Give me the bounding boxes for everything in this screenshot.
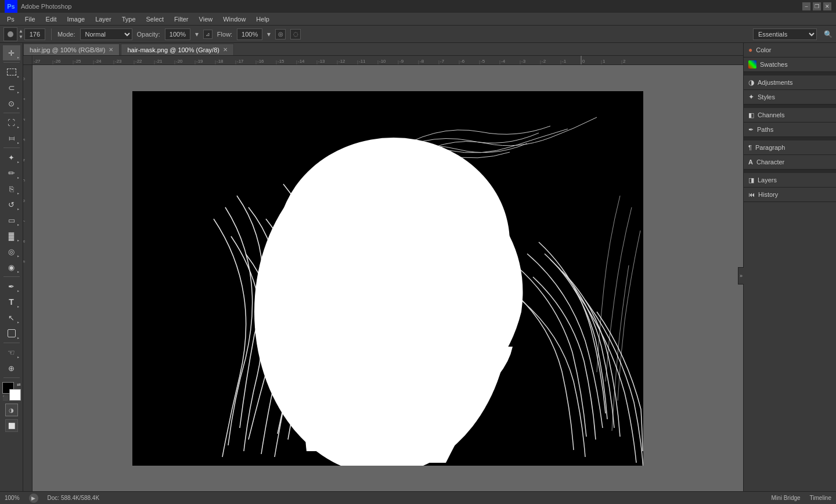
history-brush-tool[interactable]: ↺ ▸ xyxy=(3,197,20,212)
menu-layer[interactable]: Layer xyxy=(91,15,116,24)
zoom-tool[interactable]: ⊕ xyxy=(3,361,20,376)
svg-text:4: 4 xyxy=(23,159,26,161)
eyedropper-tool[interactable]: ⧦ ▸ xyxy=(3,131,20,146)
healing-tool[interactable]: ✦ ▸ xyxy=(3,150,20,165)
brush-size-down[interactable]: ▼ xyxy=(19,34,23,39)
svg-text:1: 1 xyxy=(23,98,26,100)
color-swatches[interactable]: ⇄ ⬛ xyxy=(2,382,21,401)
panel-header-history[interactable]: ⏮ History xyxy=(744,188,836,201)
svg-text:5: 5 xyxy=(23,179,26,182)
svg-text:-25: -25 xyxy=(74,59,81,64)
crop-tool[interactable]: ⛶ ▸ xyxy=(3,115,20,130)
opacity-input[interactable] xyxy=(165,28,190,40)
tab-label-mask: hair-mask.png @ 100% (Gray/8) xyxy=(127,46,219,53)
panel-header-paragraph[interactable]: ¶ Paragraph xyxy=(744,141,836,154)
menu-filter[interactable]: Filter xyxy=(170,15,193,24)
close-button[interactable]: ✕ xyxy=(823,2,831,10)
tab-hair-jpg[interactable]: hair.jpg @ 100% (RGB/8#) ✕ xyxy=(23,44,120,55)
type-tool[interactable]: T ▸ xyxy=(3,294,20,309)
paragraph-label: Paragraph xyxy=(755,144,785,151)
panel-header-paths[interactable]: ✒ Paths xyxy=(744,123,836,136)
restore-button[interactable]: ❐ xyxy=(813,2,821,10)
svg-text:-2: -2 xyxy=(542,59,546,64)
statusbar-info-btn[interactable]: ▶ xyxy=(29,494,38,503)
panel-section-character: A Character xyxy=(744,155,836,170)
opacity-arrow[interactable]: ▾ xyxy=(195,30,199,38)
ruler-vertical: 0 1 2 3 4 5 6 7 8 9 xyxy=(23,65,33,491)
panel-section-styles: ✦ Styles xyxy=(744,90,836,105)
blur-tool[interactable]: ◎ ▸ xyxy=(3,244,20,259)
clone-stamp-tool[interactable]: ⎘ ▸ xyxy=(3,181,20,196)
panel-section-paths: ✒ Paths xyxy=(744,123,836,137)
panel-header-layers[interactable]: ◨ Layers xyxy=(744,173,836,187)
brush-size-input[interactable] xyxy=(24,28,45,40)
styles-label: Styles xyxy=(758,93,775,100)
quick-select-tool[interactable]: ⊙ ▸ xyxy=(3,96,20,111)
svg-text:-1: -1 xyxy=(562,59,567,64)
svg-text:0: 0 xyxy=(582,59,585,64)
marquee-tool[interactable]: ▸ xyxy=(3,64,20,80)
svg-text:-7: -7 xyxy=(440,59,445,64)
menu-select[interactable]: Select xyxy=(142,15,169,24)
panel-header-channels[interactable]: ◧ Channels xyxy=(744,108,836,122)
character-label: Character xyxy=(756,159,784,165)
shape-tool[interactable]: ▸ xyxy=(3,326,20,341)
flow-arrow[interactable]: ▾ xyxy=(267,30,271,38)
tablet-pressure-button[interactable]: ◎ xyxy=(275,29,286,39)
dodge-tool[interactable]: ◉ ▸ xyxy=(3,260,20,275)
panel-header-styles[interactable]: ✦ Styles xyxy=(744,90,836,104)
eraser-tool[interactable]: ▭ ▸ xyxy=(3,213,20,228)
brush-tool[interactable]: ✏ ▸ xyxy=(3,165,20,181)
canvas-viewport[interactable] xyxy=(33,65,743,491)
minimize-button[interactable]: – xyxy=(802,2,810,10)
menu-ps[interactable]: Ps xyxy=(2,15,19,24)
flow-input[interactable] xyxy=(237,28,262,40)
clone-source-button[interactable]: ◌ xyxy=(290,29,301,39)
quick-mask-btn[interactable]: ◑ xyxy=(5,404,18,416)
blend-mode-select[interactable]: Normal Multiply Screen Overlay xyxy=(80,28,132,40)
svg-text:-26: -26 xyxy=(54,59,61,64)
window-controls[interactable]: – ❐ ✕ xyxy=(802,2,831,10)
menu-file[interactable]: File xyxy=(20,15,40,24)
menu-edit[interactable]: Edit xyxy=(41,15,62,24)
tool-divider-2 xyxy=(3,113,20,113)
hand-tool[interactable]: ☜ ▸ xyxy=(3,345,20,360)
svg-text:7: 7 xyxy=(23,219,26,222)
menu-view[interactable]: View xyxy=(194,15,218,24)
timeline-label[interactable]: Timeline xyxy=(810,495,831,501)
gradient-tool[interactable]: ▓ ▸ xyxy=(3,228,20,243)
svg-text:8: 8 xyxy=(23,240,26,243)
brush-size-up[interactable]: ▲ xyxy=(19,28,23,34)
mini-bridge-label[interactable]: Mini Bridge xyxy=(772,495,801,501)
panel-collapse-btn[interactable]: » xyxy=(738,267,744,285)
move-tool[interactable]: ✛ ▸ xyxy=(3,45,20,60)
default-colors[interactable]: ⬛ xyxy=(2,395,8,401)
workspace-select[interactable]: Essentials Design Painting Photography xyxy=(753,28,817,40)
brush-preview[interactable] xyxy=(3,27,17,41)
swap-colors[interactable]: ⇄ xyxy=(17,382,21,387)
menu-type[interactable]: Type xyxy=(117,15,140,24)
tab-close-mask[interactable]: ✕ xyxy=(223,46,228,53)
tab-close-hair[interactable]: ✕ xyxy=(109,46,113,53)
screen-mode-btn[interactable]: ⬜ xyxy=(5,419,18,432)
background-color[interactable] xyxy=(9,389,21,401)
character-icon: A xyxy=(748,159,753,165)
panel-section-swatches: Swatches xyxy=(744,57,836,72)
panel-header-color[interactable]: ● Color xyxy=(744,43,836,57)
lasso-tool[interactable]: ⊂ ▸ xyxy=(3,80,20,95)
tool-divider-3 xyxy=(3,147,20,148)
canvas-image xyxy=(132,91,643,466)
svg-text:-16: -16 xyxy=(257,59,264,64)
panel-header-adjustments[interactable]: ◑ Adjustments xyxy=(744,75,836,89)
airbrush-button[interactable]: ⊿ xyxy=(203,30,212,39)
path-selection-tool[interactable]: ↖ ▸ xyxy=(3,310,20,325)
tab-hair-mask[interactable]: hair-mask.png @ 100% (Gray/8) ✕ xyxy=(121,44,234,55)
menu-help[interactable]: Help xyxy=(251,15,274,24)
menu-window[interactable]: Window xyxy=(218,15,250,24)
svg-text:-14: -14 xyxy=(298,59,305,64)
panel-header-character[interactable]: A Character xyxy=(744,155,836,169)
menu-image[interactable]: Image xyxy=(63,15,90,24)
panel-header-swatches[interactable]: Swatches xyxy=(744,57,836,71)
workspace-search[interactable]: 🔍 xyxy=(824,30,833,38)
pen-tool[interactable]: ✒ ▸ xyxy=(3,279,20,294)
